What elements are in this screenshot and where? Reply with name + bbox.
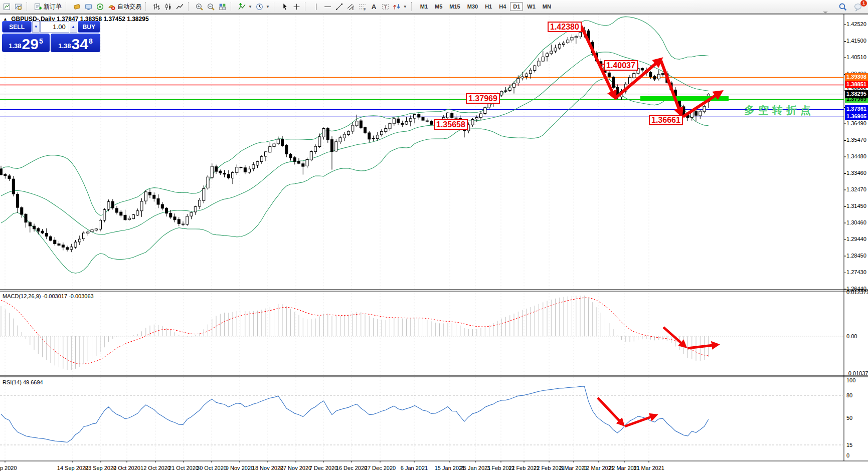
- sell-price-sup: 5: [39, 37, 43, 45]
- price-tick: 1.41500: [846, 38, 866, 44]
- date-tick-label: 18 Nov 2020: [252, 465, 283, 471]
- date-tick-label: 21 Oct 2020: [168, 465, 199, 471]
- price-line-label: 1.36905: [845, 113, 868, 120]
- date-tick-label: 27 Nov 2020: [280, 465, 311, 471]
- price-tick: 1.31450: [846, 203, 866, 209]
- sell-price-big: 29: [22, 37, 39, 51]
- price-annotation-box[interactable]: 1.42380: [548, 22, 582, 32]
- price-line-label: 1.39308: [845, 73, 868, 81]
- close-value: 1.38295: [127, 16, 148, 23]
- splitter-arrow-icon: [823, 12, 828, 14]
- chart-canvas[interactable]: [0, 0, 868, 474]
- price-tick: 1.36490: [846, 120, 866, 126]
- trend-arrow: [661, 61, 681, 114]
- buy-price-display[interactable]: 1.38 34 8: [51, 34, 100, 52]
- buy-price-sup: 8: [89, 37, 93, 45]
- price-tick: 1.40510: [846, 54, 866, 60]
- one-click-trading-panel: SELL ▼ 1.00 ▲ BUY 1.38 29 5 1.38 34 8: [2, 21, 100, 52]
- analyst-note-text[interactable]: 多空转折点: [744, 103, 814, 117]
- price-tick: 1.42520: [846, 21, 866, 27]
- volume-increase-button[interactable]: ▲: [70, 21, 77, 33]
- macd-indicator-label: MACD(12,26,9) -0.003017 -0.003063: [3, 293, 94, 299]
- rsi-indicator-label: RSI(14) 49.6694: [3, 379, 43, 385]
- price-tick: 1.28450: [846, 253, 866, 259]
- price-tick: 1.29440: [846, 236, 866, 242]
- buy-price-small: 1.38: [58, 42, 71, 50]
- price-tick: 1.27430: [846, 269, 866, 275]
- price-tick: 1.35470: [846, 137, 866, 143]
- volume-input[interactable]: 1.00: [40, 21, 69, 33]
- mt4-window: 新订单自动交易▼▼EFAT▼M1M5M15M30H1H4D1W1MN1 ▲ GB…: [0, 0, 868, 474]
- rsi-scale-tick: 50: [846, 415, 852, 421]
- volume-decrease-button[interactable]: ▼: [32, 21, 40, 33]
- date-tick-label: 7 Dec 2020: [309, 465, 337, 471]
- price-tick: 1.30460: [846, 219, 866, 225]
- rsi-scale-tick: 80: [846, 392, 852, 398]
- macd-scale-tick: 0.00: [846, 333, 857, 339]
- date-tick-label: 14 Sep 2020: [57, 465, 88, 471]
- date-tick-label: Sep 2020: [0, 465, 17, 471]
- macd-plot: [0, 296, 844, 370]
- trend-arrow: [663, 327, 685, 346]
- date-tick-label: 9 Nov 2020: [226, 465, 254, 471]
- sell-button[interactable]: SELL: [2, 21, 32, 33]
- low-value: 1.37452: [103, 16, 125, 23]
- price-tick: 1.33460: [846, 170, 866, 176]
- price-annotation-box[interactable]: 1.35658: [434, 119, 468, 130]
- price-tick: 1.32470: [846, 186, 866, 192]
- candles: [0, 27, 710, 253]
- price-line-label: 1.38295: [845, 90, 868, 98]
- macd-scale-tick: -0.010374: [846, 370, 868, 376]
- date-tick-label: 23 Sep 2020: [85, 465, 116, 471]
- rsi-scale-tick: 15: [846, 442, 852, 448]
- date-tick-label: 12 Oct 2020: [140, 465, 170, 471]
- buy-price-big: 34: [72, 37, 88, 51]
- date-tick-label: 31 Mar 2021: [633, 465, 664, 471]
- date-tick-label: 30 Oct 2020: [197, 465, 227, 471]
- price-tick: 1.34480: [846, 153, 866, 159]
- price-annotation-box[interactable]: 1.36661: [649, 115, 683, 125]
- date-tick-label: 2 Oct 2020: [113, 465, 140, 471]
- date-tick-label: 25 Jan 2021: [460, 465, 491, 471]
- price-annotation-box[interactable]: 1.40037: [604, 60, 638, 71]
- macd-scale-tick: 0.012372: [846, 289, 868, 295]
- date-tick-label: 27 Dec 2020: [365, 465, 396, 471]
- rsi-plot: [0, 386, 844, 445]
- price-line-label: 1.37361: [845, 105, 868, 113]
- trend-arrow: [683, 92, 721, 117]
- bollinger-bands: [1, 17, 709, 273]
- rsi-scale-tick: 0: [846, 452, 849, 458]
- sell-price-small: 1.38: [9, 42, 21, 50]
- price-line-label: 1.38851: [845, 81, 868, 88]
- date-tick-label: 16 Dec 2020: [336, 465, 367, 471]
- sell-price-display[interactable]: 1.38 29 5: [2, 34, 50, 52]
- rsi-scale-tick: 100: [846, 377, 855, 383]
- price-annotation-box[interactable]: 1.37969: [466, 93, 500, 104]
- date-tick-label: 6 Jan 2021: [401, 465, 428, 471]
- buy-button[interactable]: BUY: [78, 21, 101, 33]
